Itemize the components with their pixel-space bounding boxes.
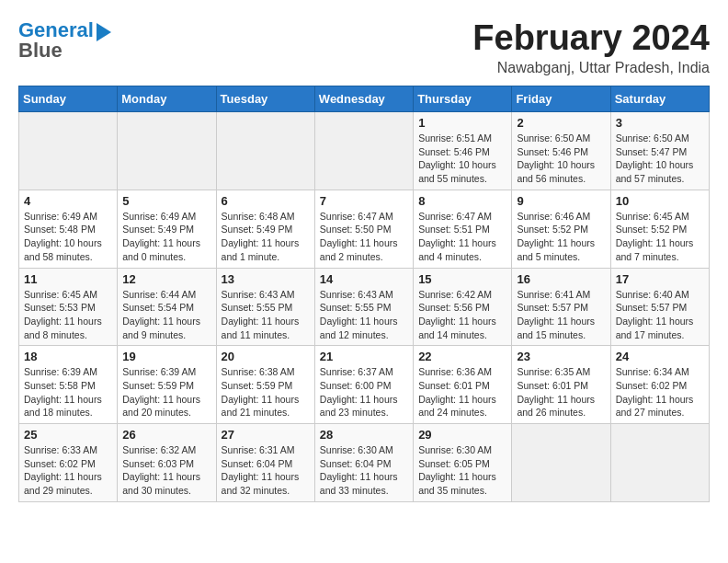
day-number: 24 <box>616 350 704 363</box>
day-number: 7 <box>320 194 408 208</box>
day-info: Sunrise: 6:39 AMSunset: 5:58 PMDaylight:… <box>24 365 112 419</box>
day-info: Sunrise: 6:38 AMSunset: 5:59 PMDaylight:… <box>222 365 310 419</box>
day-number: 10 <box>616 194 704 208</box>
day-number: 26 <box>122 428 210 442</box>
day-info: Sunrise: 6:39 AMSunset: 5:59 PMDaylight:… <box>122 365 210 419</box>
table-row: 7Sunrise: 6:47 AMSunset: 5:50 PMDaylight… <box>314 190 413 268</box>
table-row: 21Sunrise: 6:37 AMSunset: 6:00 PMDayligh… <box>314 346 413 424</box>
day-info: Sunrise: 6:43 AMSunset: 5:55 PMDaylight:… <box>222 288 310 342</box>
day-info: Sunrise: 6:30 AMSunset: 6:05 PMDaylight:… <box>418 443 506 498</box>
day-info: Sunrise: 6:35 AMSunset: 6:01 PMDaylight:… <box>517 365 605 419</box>
header-monday: Monday <box>118 86 216 112</box>
day-info: Sunrise: 6:44 AMSunset: 5:54 PMDaylight:… <box>122 288 210 342</box>
table-row <box>512 424 610 502</box>
table-row <box>118 112 216 190</box>
day-info: Sunrise: 6:47 AMSunset: 5:50 PMDaylight:… <box>320 210 408 264</box>
table-row: 4Sunrise: 6:49 AMSunset: 5:48 PMDaylight… <box>19 190 118 268</box>
table-row: 20Sunrise: 6:38 AMSunset: 5:59 PMDayligh… <box>216 346 314 424</box>
day-info: Sunrise: 6:49 AMSunset: 5:49 PMDaylight:… <box>122 210 210 264</box>
day-number: 5 <box>122 194 210 208</box>
header-row: Sunday Monday Tuesday Wednesday Thursday… <box>19 86 710 112</box>
day-number: 17 <box>616 272 704 286</box>
day-info: Sunrise: 6:37 AMSunset: 6:00 PMDaylight:… <box>320 365 408 419</box>
day-info: Sunrise: 6:51 AMSunset: 5:46 PMDaylight:… <box>418 132 506 186</box>
header-tuesday: Tuesday <box>216 86 314 112</box>
title-section: February 2024 Nawabganj, Uttar Pradesh, … <box>472 18 710 76</box>
day-number: 21 <box>320 350 408 363</box>
day-number: 22 <box>418 350 506 363</box>
day-number: 1 <box>418 116 506 130</box>
table-row <box>610 424 709 502</box>
table-row: 22Sunrise: 6:36 AMSunset: 6:01 PMDayligh… <box>414 346 512 424</box>
day-info: Sunrise: 6:42 AMSunset: 5:56 PMDaylight:… <box>418 288 506 342</box>
day-number: 29 <box>418 428 506 442</box>
table-row <box>314 112 413 190</box>
table-row: 13Sunrise: 6:43 AMSunset: 5:55 PMDayligh… <box>216 268 314 346</box>
logo: General Blue <box>18 18 111 63</box>
day-number: 3 <box>616 116 704 130</box>
table-row: 25Sunrise: 6:33 AMSunset: 6:02 PMDayligh… <box>19 424 118 502</box>
day-info: Sunrise: 6:34 AMSunset: 6:02 PMDaylight:… <box>616 365 704 419</box>
header-sunday: Sunday <box>19 86 118 112</box>
day-number: 27 <box>222 428 310 442</box>
logo-blue: Blue <box>18 39 63 63</box>
page-header: General Blue February 2024 Nawabganj, Ut… <box>18 18 710 76</box>
day-number: 12 <box>122 272 210 286</box>
table-row: 17Sunrise: 6:40 AMSunset: 5:57 PMDayligh… <box>610 268 709 346</box>
day-number: 8 <box>418 194 506 208</box>
table-row: 29Sunrise: 6:30 AMSunset: 6:05 PMDayligh… <box>414 424 512 502</box>
day-info: Sunrise: 6:49 AMSunset: 5:48 PMDaylight:… <box>24 210 112 264</box>
page-title: February 2024 <box>472 18 710 58</box>
header-saturday: Saturday <box>610 86 709 112</box>
calendar-header: Sunday Monday Tuesday Wednesday Thursday… <box>19 86 710 112</box>
table-row <box>216 112 314 190</box>
week-row-2: 4Sunrise: 6:49 AMSunset: 5:48 PMDaylight… <box>19 190 710 268</box>
logo-arrow-icon <box>97 23 111 41</box>
table-row: 19Sunrise: 6:39 AMSunset: 5:59 PMDayligh… <box>118 346 216 424</box>
table-row: 10Sunrise: 6:45 AMSunset: 5:52 PMDayligh… <box>610 190 709 268</box>
day-info: Sunrise: 6:45 AMSunset: 5:53 PMDaylight:… <box>24 288 112 342</box>
day-number: 15 <box>418 272 506 286</box>
calendar-table: Sunday Monday Tuesday Wednesday Thursday… <box>18 86 710 502</box>
day-info: Sunrise: 6:41 AMSunset: 5:57 PMDaylight:… <box>517 288 605 342</box>
day-info: Sunrise: 6:36 AMSunset: 6:01 PMDaylight:… <box>418 365 506 419</box>
week-row-4: 18Sunrise: 6:39 AMSunset: 5:58 PMDayligh… <box>19 346 710 424</box>
table-row: 9Sunrise: 6:46 AMSunset: 5:52 PMDaylight… <box>512 190 610 268</box>
page-subtitle: Nawabganj, Uttar Pradesh, India <box>472 60 710 76</box>
day-number: 9 <box>517 194 605 208</box>
day-info: Sunrise: 6:33 AMSunset: 6:02 PMDaylight:… <box>24 443 112 498</box>
header-thursday: Thursday <box>414 86 512 112</box>
day-number: 28 <box>320 428 408 442</box>
day-number: 16 <box>517 272 605 286</box>
table-row: 14Sunrise: 6:43 AMSunset: 5:55 PMDayligh… <box>314 268 413 346</box>
table-row: 12Sunrise: 6:44 AMSunset: 5:54 PMDayligh… <box>118 268 216 346</box>
day-info: Sunrise: 6:45 AMSunset: 5:52 PMDaylight:… <box>616 210 704 264</box>
week-row-5: 25Sunrise: 6:33 AMSunset: 6:02 PMDayligh… <box>19 424 710 502</box>
table-row <box>19 112 118 190</box>
day-number: 4 <box>24 194 112 208</box>
day-number: 14 <box>320 272 408 286</box>
week-row-3: 11Sunrise: 6:45 AMSunset: 5:53 PMDayligh… <box>19 268 710 346</box>
table-row: 15Sunrise: 6:42 AMSunset: 5:56 PMDayligh… <box>414 268 512 346</box>
day-info: Sunrise: 6:50 AMSunset: 5:46 PMDaylight:… <box>517 132 605 186</box>
table-row: 3Sunrise: 6:50 AMSunset: 5:47 PMDaylight… <box>610 112 709 190</box>
table-row: 6Sunrise: 6:48 AMSunset: 5:49 PMDaylight… <box>216 190 314 268</box>
day-info: Sunrise: 6:48 AMSunset: 5:49 PMDaylight:… <box>222 210 310 264</box>
day-number: 18 <box>24 350 112 363</box>
day-info: Sunrise: 6:31 AMSunset: 6:04 PMDaylight:… <box>222 443 310 498</box>
table-row: 16Sunrise: 6:41 AMSunset: 5:57 PMDayligh… <box>512 268 610 346</box>
table-row: 27Sunrise: 6:31 AMSunset: 6:04 PMDayligh… <box>216 424 314 502</box>
table-row: 26Sunrise: 6:32 AMSunset: 6:03 PMDayligh… <box>118 424 216 502</box>
day-number: 6 <box>222 194 310 208</box>
table-row: 8Sunrise: 6:47 AMSunset: 5:51 PMDaylight… <box>414 190 512 268</box>
week-row-1: 1Sunrise: 6:51 AMSunset: 5:46 PMDaylight… <box>19 112 710 190</box>
day-info: Sunrise: 6:47 AMSunset: 5:51 PMDaylight:… <box>418 210 506 264</box>
day-info: Sunrise: 6:43 AMSunset: 5:55 PMDaylight:… <box>320 288 408 342</box>
day-info: Sunrise: 6:46 AMSunset: 5:52 PMDaylight:… <box>517 210 605 264</box>
table-row: 28Sunrise: 6:30 AMSunset: 6:04 PMDayligh… <box>314 424 413 502</box>
day-info: Sunrise: 6:40 AMSunset: 5:57 PMDaylight:… <box>616 288 704 342</box>
day-info: Sunrise: 6:50 AMSunset: 5:47 PMDaylight:… <box>616 132 704 186</box>
calendar-body: 1Sunrise: 6:51 AMSunset: 5:46 PMDaylight… <box>19 112 710 502</box>
table-row: 5Sunrise: 6:49 AMSunset: 5:49 PMDaylight… <box>118 190 216 268</box>
table-row: 23Sunrise: 6:35 AMSunset: 6:01 PMDayligh… <box>512 346 610 424</box>
